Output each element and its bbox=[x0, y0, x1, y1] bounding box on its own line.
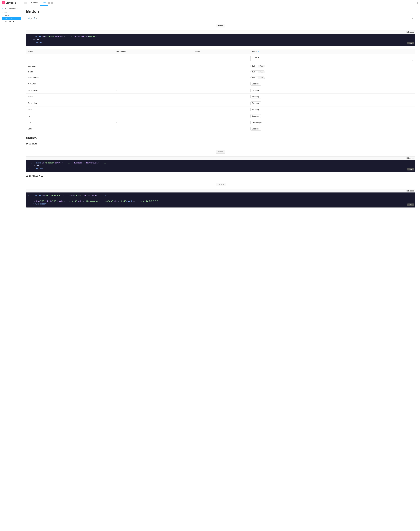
name-set-button[interactable]: Set string bbox=[250, 114, 261, 118]
cell-name: disabled bbox=[26, 69, 114, 75]
cell-control: Set string bbox=[248, 106, 415, 113]
story-start-slot-button[interactable]: › Button bbox=[216, 183, 226, 186]
story-disabled-copy-button[interactable]: Copy bbox=[407, 168, 414, 170]
hide-code-bar: Hide code bbox=[26, 30, 415, 34]
svg-rect-1 bbox=[50, 2, 50, 3]
hide-code-button[interactable]: Hide code bbox=[406, 31, 414, 33]
sidebar-item-disabled[interactable]: Disabled bbox=[2, 17, 21, 20]
story-start-slot-hide-button[interactable]: Hide code bbox=[406, 190, 414, 192]
zoom-reset-button[interactable]: ⊙ bbox=[38, 17, 41, 20]
story-disabled-area: Button bbox=[26, 147, 415, 156]
zoom-out-button[interactable]: 🔍- bbox=[33, 17, 37, 20]
table-row: formaction - - Set string bbox=[26, 81, 415, 87]
table-row: type - - Choose option... ▾ bbox=[26, 119, 415, 126]
id-textarea[interactable]: example bbox=[250, 56, 413, 61]
col-default: Default bbox=[192, 49, 248, 54]
formmethod-set-button[interactable]: Set string bbox=[250, 102, 261, 105]
tab-canvas[interactable]: Canvas bbox=[29, 0, 40, 6]
table-row: disabled - - False True bbox=[26, 69, 415, 75]
demo-button[interactable]: Button bbox=[216, 24, 225, 28]
story-start-slot-label: Button bbox=[219, 183, 224, 185]
cell-name: formenctype bbox=[26, 87, 114, 93]
cell-control: Set string bbox=[248, 93, 415, 100]
topbar: S Storybook ... Canvas Docs bbox=[0, 0, 420, 6]
search-icon: 🔍 bbox=[2, 8, 4, 10]
grid-icon-1[interactable] bbox=[48, 1, 51, 4]
main-content: Button 🔍+ 🔍- ⊙ ↗ Button Hide code <fast-… bbox=[21, 6, 420, 531]
table-row: name - - Set string bbox=[26, 113, 415, 119]
table-row: formtarget - - Set string bbox=[26, 106, 415, 113]
expand-button[interactable] bbox=[415, 1, 418, 5]
formenctype-set-button[interactable]: Set string bbox=[250, 89, 261, 92]
grid-icon-2[interactable] bbox=[51, 1, 53, 4]
story-disabled-preview: Button Hide code <fast-button id="exampl… bbox=[26, 147, 415, 172]
cell-description: - bbox=[114, 106, 192, 113]
preview-area: Button bbox=[26, 21, 415, 30]
formaction-set-button[interactable]: Set string bbox=[250, 82, 261, 86]
sidebar-item-button-root[interactable]: ▾ Button bbox=[0, 11, 21, 14]
sidebar-item-basic[interactable]: Basic bbox=[2, 14, 21, 17]
copy-button[interactable]: Copy bbox=[407, 42, 414, 45]
story-start-slot-copy-button[interactable]: Copy bbox=[407, 203, 414, 206]
story-disabled-hide-bar: Hide code bbox=[26, 156, 415, 160]
autofocus-true-button[interactable]: True bbox=[258, 65, 265, 67]
svg-rect-6 bbox=[51, 3, 53, 4]
sidebar-item-with-start-slot[interactable]: With Start Slot bbox=[2, 20, 21, 23]
cell-default: - bbox=[192, 81, 248, 87]
col-name: Name bbox=[26, 49, 114, 54]
formid-set-button[interactable]: Set string bbox=[250, 95, 261, 98]
cell-description: - bbox=[114, 93, 192, 100]
layout: 🔍 ▾ Button Basic Disabled With Start Slo… bbox=[0, 6, 420, 531]
cell-default: - bbox=[192, 69, 248, 75]
story-start-slot-heading: With Start Slot bbox=[26, 175, 415, 178]
cell-default: - bbox=[192, 87, 248, 93]
cell-default: - bbox=[192, 75, 248, 81]
disabled-true-button[interactable]: True bbox=[258, 71, 265, 73]
cell-default: - bbox=[192, 106, 248, 113]
story-start-slot-code: <fast-button id="with-start-slot" autofo… bbox=[26, 193, 415, 208]
autofocus-false-button[interactable]: False bbox=[251, 65, 258, 67]
cell-description: - bbox=[114, 87, 192, 93]
reset-controls-button[interactable]: ↺ bbox=[257, 50, 259, 53]
story-start-slot-area: › Button bbox=[26, 180, 415, 189]
cell-default: - bbox=[192, 119, 248, 126]
sidebar-item-label: Disabled bbox=[5, 17, 12, 20]
cell-control: False True bbox=[248, 75, 415, 81]
type-select-wrapper: Choose option... ▾ bbox=[250, 121, 268, 124]
svg-rect-3 bbox=[50, 3, 50, 4]
more-button[interactable]: ... bbox=[24, 2, 27, 4]
cell-name: formtarget bbox=[26, 106, 114, 113]
main-preview-box: 🔍+ 🔍- ⊙ ↗ Button Hide code <fast-button … bbox=[26, 16, 415, 46]
formnovalidate-true-button[interactable]: True bbox=[258, 76, 265, 79]
storybook-logo-icon: S bbox=[2, 1, 5, 4]
svg-rect-5 bbox=[51, 3, 53, 3]
dot-icon bbox=[3, 21, 4, 22]
tab-docs[interactable]: Docs bbox=[40, 0, 48, 6]
zoom-in-button[interactable]: 🔍+ bbox=[28, 17, 32, 20]
story-disabled-hide-button[interactable]: Hide code bbox=[406, 157, 414, 159]
sidebar: 🔍 ▾ Button Basic Disabled With Start Slo… bbox=[0, 6, 21, 531]
table-row: autofocus - - False True bbox=[26, 63, 415, 69]
cell-default: - bbox=[192, 54, 248, 63]
cell-name: type bbox=[26, 119, 114, 126]
formnovalidate-false-button[interactable]: False bbox=[251, 76, 258, 79]
sidebar-item-label: Basic bbox=[5, 15, 9, 17]
formnovalidate-toggle: False True bbox=[250, 76, 265, 79]
app-title: Storybook bbox=[6, 2, 15, 4]
cell-name: formaction bbox=[26, 81, 114, 87]
cell-name: formId bbox=[26, 93, 114, 100]
value-set-button[interactable]: Set string bbox=[250, 127, 261, 131]
sidebar-root-label: Button bbox=[2, 12, 7, 14]
cell-control: False True bbox=[248, 69, 415, 75]
col-control: Control ↺ bbox=[248, 49, 415, 54]
cell-name: id bbox=[26, 54, 114, 63]
dot-filled-icon bbox=[3, 18, 5, 19]
disabled-false-button[interactable]: False bbox=[251, 71, 258, 73]
cell-control: Choose option... ▾ bbox=[248, 119, 415, 126]
formtarget-set-button[interactable]: Set string bbox=[250, 108, 261, 111]
chevron-down-icon: ▾ bbox=[1, 12, 2, 14]
cell-control: Set string bbox=[248, 126, 415, 132]
type-select[interactable]: Choose option... bbox=[250, 121, 268, 124]
share-button[interactable]: ↗ bbox=[411, 17, 414, 20]
story-start-slot-preview: › Button Hide code <fast-button id="with… bbox=[26, 180, 415, 208]
